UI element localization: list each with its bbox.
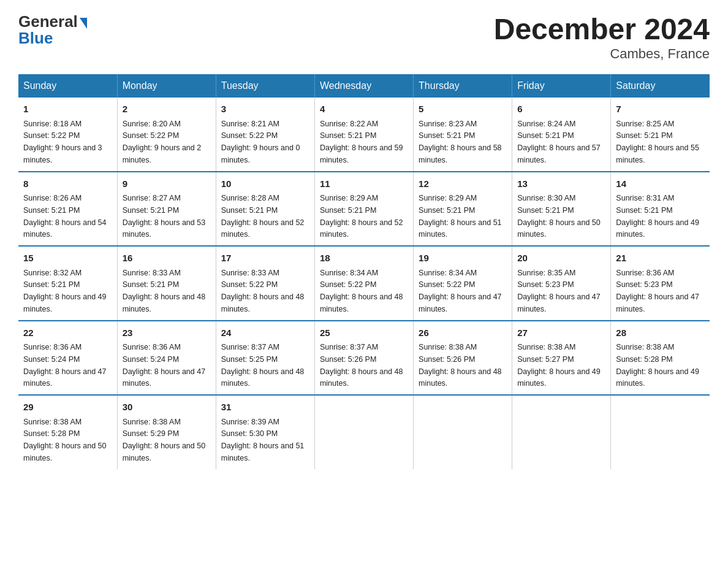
day-info: Sunrise: 8:18 AMSunset: 5:22 PMDaylight:… [23,120,102,164]
day-info: Sunrise: 8:38 AMSunset: 5:26 PMDaylight:… [419,343,502,388]
calendar-cell: 18Sunrise: 8:34 AMSunset: 5:22 PMDayligh… [314,246,413,321]
header-friday: Friday [512,74,611,98]
calendar-header-row: SundayMondayTuesdayWednesdayThursdayFrid… [18,74,710,98]
calendar-cell: 20Sunrise: 8:35 AMSunset: 5:23 PMDayligh… [512,246,611,321]
calendar-cell: 2Sunrise: 8:20 AMSunset: 5:22 PMDaylight… [117,98,216,172]
calendar-cell: 5Sunrise: 8:23 AMSunset: 5:21 PMDaylight… [414,98,512,172]
day-info: Sunrise: 8:24 AMSunset: 5:21 PMDaylight:… [517,120,601,164]
day-number: 5 [419,102,507,117]
day-number: 3 [221,102,309,117]
day-info: Sunrise: 8:21 AMSunset: 5:22 PMDaylight:… [221,120,300,164]
logo-triangle-icon [80,18,87,29]
calendar-cell: 19Sunrise: 8:34 AMSunset: 5:22 PMDayligh… [414,246,512,321]
day-number: 13 [517,177,605,191]
calendar-cell [512,395,611,469]
header-tuesday: Tuesday [216,74,314,98]
day-number: 2 [123,102,211,117]
calendar-cell: 24Sunrise: 8:37 AMSunset: 5:25 PMDayligh… [216,321,314,396]
day-number: 21 [616,251,705,266]
calendar-cell: 25Sunrise: 8:37 AMSunset: 5:26 PMDayligh… [314,321,413,396]
day-info: Sunrise: 8:36 AMSunset: 5:24 PMDaylight:… [23,343,107,388]
day-info: Sunrise: 8:22 AMSunset: 5:21 PMDaylight:… [320,120,403,164]
day-info: Sunrise: 8:38 AMSunset: 5:28 PMDaylight:… [616,343,699,388]
calendar-cell: 8Sunrise: 8:26 AMSunset: 5:21 PMDaylight… [18,172,117,247]
day-info: Sunrise: 8:31 AMSunset: 5:21 PMDaylight:… [616,194,699,239]
calendar-week-row: 8Sunrise: 8:26 AMSunset: 5:21 PMDaylight… [18,172,710,247]
header-monday: Monday [117,74,216,98]
day-number: 14 [616,177,705,191]
day-info: Sunrise: 8:36 AMSunset: 5:23 PMDaylight:… [616,269,699,313]
day-number: 24 [221,326,309,340]
calendar-cell: 26Sunrise: 8:38 AMSunset: 5:26 PMDayligh… [414,321,512,396]
day-number: 31 [221,400,309,415]
calendar-cell: 4Sunrise: 8:22 AMSunset: 5:21 PMDaylight… [314,98,413,172]
day-number: 16 [123,251,211,266]
day-info: Sunrise: 8:36 AMSunset: 5:24 PMDaylight:… [123,343,206,388]
logo-blue-text: Blue [18,29,53,48]
calendar-week-row: 22Sunrise: 8:36 AMSunset: 5:24 PMDayligh… [18,321,710,396]
day-number: 12 [419,177,507,191]
day-info: Sunrise: 8:20 AMSunset: 5:22 PMDaylight:… [123,120,202,164]
day-number: 10 [221,177,309,191]
day-info: Sunrise: 8:30 AMSunset: 5:21 PMDaylight:… [517,194,601,239]
calendar-cell: 9Sunrise: 8:27 AMSunset: 5:21 PMDaylight… [117,172,216,247]
calendar-table: SundayMondayTuesdayWednesdayThursdayFrid… [18,74,710,469]
page-title: December 2024 [494,12,710,46]
calendar-cell: 3Sunrise: 8:21 AMSunset: 5:22 PMDaylight… [216,98,314,172]
calendar-cell: 13Sunrise: 8:30 AMSunset: 5:21 PMDayligh… [512,172,611,247]
calendar-cell: 12Sunrise: 8:29 AMSunset: 5:21 PMDayligh… [414,172,512,247]
calendar-cell: 7Sunrise: 8:25 AMSunset: 5:21 PMDaylight… [611,98,710,172]
day-number: 26 [419,326,507,340]
calendar-cell [314,395,413,469]
calendar-cell: 15Sunrise: 8:32 AMSunset: 5:21 PMDayligh… [18,246,117,321]
day-info: Sunrise: 8:33 AMSunset: 5:22 PMDaylight:… [221,269,305,313]
day-number: 18 [320,251,408,266]
calendar-cell: 10Sunrise: 8:28 AMSunset: 5:21 PMDayligh… [216,172,314,247]
day-info: Sunrise: 8:38 AMSunset: 5:28 PMDaylight:… [23,418,107,462]
day-info: Sunrise: 8:29 AMSunset: 5:21 PMDaylight:… [419,194,502,239]
day-number: 7 [616,102,705,117]
calendar-cell: 16Sunrise: 8:33 AMSunset: 5:21 PMDayligh… [117,246,216,321]
day-number: 30 [123,400,211,415]
day-number: 6 [517,102,605,117]
day-number: 11 [320,177,408,191]
title-area: December 2024 Cambes, France [494,12,710,62]
day-number: 23 [123,326,211,340]
day-info: Sunrise: 8:37 AMSunset: 5:26 PMDaylight:… [320,343,403,388]
day-number: 8 [23,177,112,191]
day-info: Sunrise: 8:26 AMSunset: 5:21 PMDaylight:… [23,194,107,239]
day-info: Sunrise: 8:34 AMSunset: 5:22 PMDaylight:… [320,269,403,313]
day-info: Sunrise: 8:32 AMSunset: 5:21 PMDaylight:… [23,269,107,313]
calendar-week-row: 15Sunrise: 8:32 AMSunset: 5:21 PMDayligh… [18,246,710,321]
day-info: Sunrise: 8:38 AMSunset: 5:27 PMDaylight:… [517,343,601,388]
calendar-cell: 22Sunrise: 8:36 AMSunset: 5:24 PMDayligh… [18,321,117,396]
calendar-cell: 27Sunrise: 8:38 AMSunset: 5:27 PMDayligh… [512,321,611,396]
day-info: Sunrise: 8:33 AMSunset: 5:21 PMDaylight:… [123,269,206,313]
day-number: 27 [517,326,605,340]
day-info: Sunrise: 8:35 AMSunset: 5:23 PMDaylight:… [517,269,601,313]
calendar-cell: 23Sunrise: 8:36 AMSunset: 5:24 PMDayligh… [117,321,216,396]
day-number: 9 [123,177,211,191]
page-subtitle: Cambes, France [494,46,710,62]
calendar-week-row: 29Sunrise: 8:38 AMSunset: 5:28 PMDayligh… [18,395,710,469]
day-number: 19 [419,251,507,266]
day-number: 15 [23,251,112,266]
calendar-cell: 30Sunrise: 8:38 AMSunset: 5:29 PMDayligh… [117,395,216,469]
calendar-cell [611,395,710,469]
calendar-cell: 28Sunrise: 8:38 AMSunset: 5:28 PMDayligh… [611,321,710,396]
page-header: General Blue December 2024 Cambes, Franc… [18,12,710,62]
calendar-cell: 21Sunrise: 8:36 AMSunset: 5:23 PMDayligh… [611,246,710,321]
day-number: 20 [517,251,605,266]
day-number: 29 [23,400,112,415]
calendar-cell: 1Sunrise: 8:18 AMSunset: 5:22 PMDaylight… [18,98,117,172]
calendar-week-row: 1Sunrise: 8:18 AMSunset: 5:22 PMDaylight… [18,98,710,172]
day-number: 4 [320,102,408,117]
day-info: Sunrise: 8:39 AMSunset: 5:30 PMDaylight:… [221,418,305,462]
calendar-cell: 6Sunrise: 8:24 AMSunset: 5:21 PMDaylight… [512,98,611,172]
calendar-cell: 11Sunrise: 8:29 AMSunset: 5:21 PMDayligh… [314,172,413,247]
day-number: 22 [23,326,112,340]
day-number: 25 [320,326,408,340]
calendar-cell [414,395,512,469]
day-number: 1 [23,102,112,117]
day-info: Sunrise: 8:34 AMSunset: 5:22 PMDaylight:… [419,269,502,313]
